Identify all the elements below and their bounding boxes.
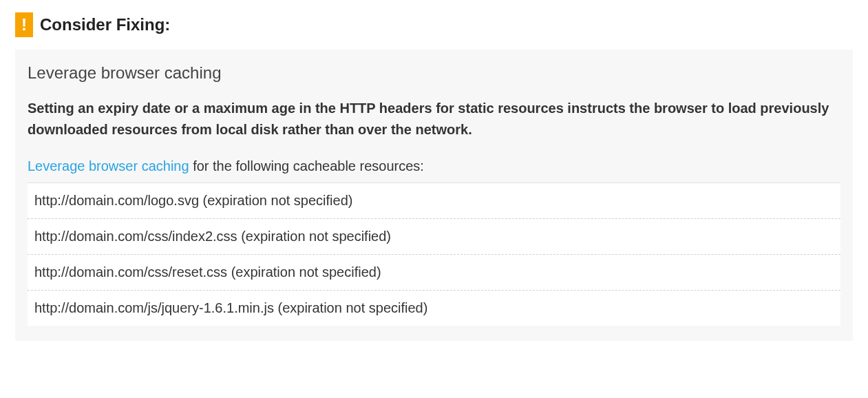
- warning-icon: !: [15, 12, 33, 37]
- report-section: ! Consider Fixing: Leverage browser cach…: [0, 0, 868, 356]
- issue-description: Setting an expiry date or a maximum age …: [28, 98, 840, 140]
- resource-list: http://domain.com/logo.svg (expiration n…: [28, 182, 840, 326]
- resource-item: http://domain.com/css/reset.css (expirat…: [28, 255, 840, 291]
- resource-item: http://domain.com/logo.svg (expiration n…: [28, 183, 840, 219]
- section-title: Consider Fixing:: [40, 15, 170, 34]
- resource-item: http://domain.com/css/index2.css (expira…: [28, 219, 840, 255]
- issue-panel: Leverage browser caching Setting an expi…: [15, 50, 853, 341]
- issue-subtext: Leverage browser caching for the followi…: [28, 158, 840, 174]
- resource-item: http://domain.com/js/jquery-1.6.1.min.js…: [28, 291, 840, 326]
- issue-title: Leverage browser caching: [28, 63, 840, 83]
- warning-icon-glyph: !: [21, 17, 27, 33]
- section-header: ! Consider Fixing:: [15, 12, 853, 37]
- issue-subtext-suffix: for the following cacheable resources:: [189, 158, 424, 174]
- leverage-caching-link[interactable]: Leverage browser caching: [28, 158, 189, 174]
